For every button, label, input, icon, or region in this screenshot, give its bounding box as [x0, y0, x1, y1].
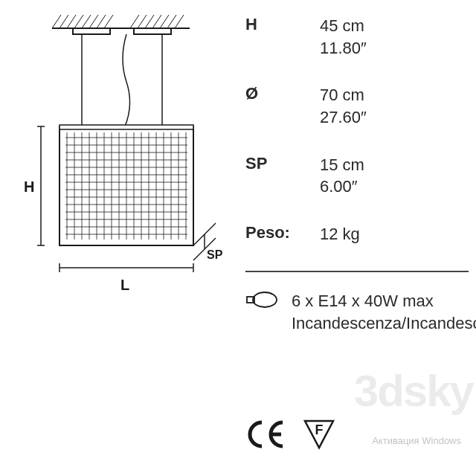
svg-line-2	[67, 15, 76, 28]
svg-point-62	[253, 292, 277, 307]
svg-line-7	[104, 15, 113, 28]
spec-row-sp: SP 15 cm 6.00″	[245, 154, 469, 198]
svg-line-8	[130, 15, 139, 28]
spec-row-diameter: Ø 70 cm 27.60″	[245, 84, 469, 128]
spec-values-d: 70 cm 27.60″	[320, 84, 469, 128]
spec-d-metric: 70 cm	[320, 84, 469, 106]
svg-line-13	[167, 15, 176, 28]
svg-line-11	[152, 15, 161, 28]
watermark-os: Активация Windows	[372, 435, 461, 448]
svg-rect-16	[73, 28, 110, 34]
dim-label-h: H	[24, 178, 34, 195]
spec-h-metric: 45 cm	[320, 15, 469, 37]
spec-row-height: H 45 cm 11.80″	[245, 15, 469, 59]
spec-label-h: H	[245, 15, 320, 59]
spec-peso-value: 12 kg	[320, 223, 469, 245]
svg-rect-52	[60, 125, 193, 129]
spec-values-peso: 12 kg	[320, 223, 469, 245]
dim-label-sp: SP	[207, 248, 223, 261]
spec-label-sp: SP	[245, 154, 320, 198]
spec-sp-imperial: 6.00″	[320, 176, 469, 198]
svg-line-4	[82, 15, 91, 28]
dim-label-l: L	[120, 277, 129, 293]
spec-d-imperial: 27.60″	[320, 106, 469, 129]
divider	[245, 271, 469, 272]
svg-line-5	[89, 15, 98, 28]
svg-line-1	[60, 15, 68, 28]
spec-label-peso: Peso:	[245, 223, 320, 245]
svg-line-3	[74, 15, 83, 28]
svg-line-6	[97, 15, 106, 28]
spec-panel: H 45 cm 11.80″ Ø 70 cm 27.60″ SP 15 cm 6…	[231, 0, 476, 476]
svg-line-14	[175, 15, 184, 28]
spec-sp-metric: 15 cm	[320, 154, 469, 176]
bulb-line1: 6 x E14 x 40W max	[292, 290, 476, 312]
ce-mark-icon	[245, 419, 287, 452]
svg-line-9	[138, 15, 147, 28]
bulb-icon	[245, 290, 278, 309]
bulb-line2: Incandescenza/Incandescent	[292, 312, 476, 335]
bulb-row: 6 x E14 x 40W max Incandescenza/Incandes…	[245, 290, 469, 334]
technical-diagram: H L SP	[0, 0, 231, 476]
lamp-diagram: H L SP	[15, 15, 231, 350]
f-mark-icon: F	[302, 418, 336, 454]
certifications: F	[245, 418, 336, 454]
svg-line-0	[52, 15, 61, 28]
bulb-text: 6 x E14 x 40W max Incandescenza/Incandes…	[292, 290, 476, 334]
svg-line-10	[145, 15, 154, 28]
svg-text:F: F	[315, 422, 324, 437]
svg-rect-17	[134, 28, 171, 34]
spec-values-h: 45 cm 11.80″	[320, 15, 469, 59]
spec-label-d: Ø	[245, 84, 320, 128]
spec-row-weight: Peso: 12 kg	[245, 223, 469, 245]
spec-h-imperial: 11.80″	[320, 37, 469, 60]
spec-values-sp: 15 cm 6.00″	[320, 154, 469, 198]
svg-line-12	[160, 15, 169, 28]
